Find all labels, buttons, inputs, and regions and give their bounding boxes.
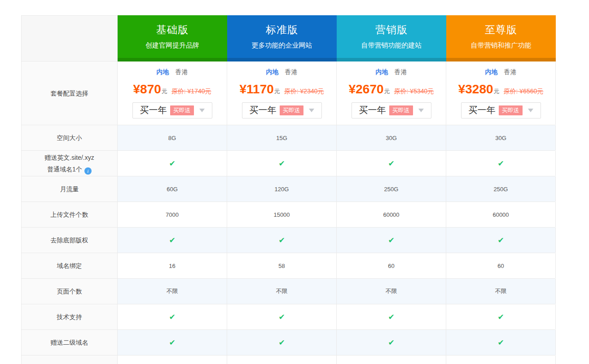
- value-cell: [446, 355, 556, 364]
- value-cell: 不限: [337, 279, 446, 304]
- original-price: 原价: ¥2340元: [284, 88, 324, 96]
- value-cell: 不限: [118, 279, 227, 304]
- table-row-traffic: 月流量 60G 120G 250G 250G: [21, 176, 555, 202]
- check-icon: ✔: [446, 228, 556, 253]
- row-label: 空间大小: [22, 125, 118, 150]
- plan-tagline: 更多功能的企业网站: [252, 41, 312, 50]
- table-row-tech-support: 技术支持 ✔ ✔ ✔ ✔: [21, 304, 555, 330]
- info-icon[interactable]: i: [84, 167, 92, 175]
- value-cell: [337, 355, 446, 364]
- tab-mainland[interactable]: 内地: [266, 68, 279, 76]
- current-price: ¥2670: [349, 82, 384, 96]
- check-icon: ✔: [227, 151, 337, 176]
- row-label: 域名绑定: [22, 253, 118, 278]
- plan-header-marketing: 营销版 自带营销功能的建站: [337, 15, 446, 61]
- price-line: ¥2670 元 原价: ¥5340元: [349, 82, 434, 96]
- caret-down-icon: [309, 109, 314, 112]
- check-icon: ✔: [446, 330, 556, 355]
- original-price: 原价: ¥6560元: [504, 88, 544, 96]
- table-row-free-domain: 赠送英文.site/.xyz 普通域名1个i ✔ ✔ ✔ ✔: [21, 151, 555, 176]
- plan-header-basic: 基础版 创建官网提升品牌: [118, 15, 227, 61]
- plan-card-basic: 内地 香港 ¥870 元 原价: ¥1740元 买一年 买即送: [118, 61, 227, 125]
- gift-badge: 买即送: [280, 105, 303, 115]
- table-row-remove-copyright: 去除底部版权 ✔ ✔ ✔ ✔: [21, 228, 555, 253]
- tab-mainland[interactable]: 内地: [157, 68, 169, 76]
- caret-down-icon: [199, 109, 205, 112]
- table-row-upload-count: 上传文件个数 7000 15000 60000 60000: [21, 202, 555, 228]
- plan-tagline: 自带营销功能的建站: [361, 41, 422, 50]
- price-line: ¥1170 元 原价: ¥2340元: [239, 82, 324, 96]
- check-icon: ✔: [337, 151, 446, 176]
- region-tabs: 内地 香港: [157, 68, 188, 76]
- value-cell: 15G: [227, 125, 337, 150]
- term-label: 买一年: [359, 104, 386, 116]
- tab-mainland[interactable]: 内地: [485, 68, 498, 76]
- tab-hongkong[interactable]: 香港: [176, 68, 188, 76]
- tab-hongkong[interactable]: 香港: [395, 68, 407, 76]
- check-icon: ✔: [337, 304, 446, 329]
- row-label: 技术支持: [22, 304, 118, 329]
- tab-hongkong[interactable]: 香港: [504, 68, 517, 76]
- price-line: ¥870 元 原价: ¥1740元: [133, 82, 211, 96]
- pricing-table: 基础版 创建官网提升品牌 标准版 更多功能的企业网站 营销版 自带营销功能的建站…: [21, 15, 555, 364]
- term-label: 买一年: [250, 104, 277, 116]
- plan-title: 至尊版: [485, 23, 517, 37]
- current-price: ¥1170: [239, 82, 273, 96]
- value-cell: 60000: [337, 202, 446, 227]
- value-cell: 8G: [118, 125, 227, 150]
- table-row-space: 空间大小 8G 15G 30G 30G: [21, 125, 555, 151]
- value-cell: 不限: [227, 279, 337, 304]
- config-row: 套餐配置选择 内地 香港 ¥870 元 原价: ¥1740元 买一年 买即送 内…: [21, 61, 555, 125]
- region-tabs: 内地 香港: [266, 68, 298, 76]
- plan-title: 营销版: [375, 23, 408, 37]
- value-cell: [227, 355, 337, 364]
- check-icon: ✔: [227, 304, 337, 329]
- current-price: ¥3280: [458, 82, 493, 96]
- price-unit: 元: [494, 88, 500, 96]
- table-row-page-count: 页面个数 不限 不限 不限 不限: [21, 279, 555, 304]
- value-cell: 不限: [446, 279, 556, 304]
- value-cell: 16: [118, 253, 227, 278]
- plan-header-supreme: 至尊版 自带营销和推广功能: [446, 15, 556, 61]
- value-cell: 30G: [337, 125, 446, 150]
- value-cell: 250G: [337, 176, 446, 202]
- row-label: 赠送英文.site/.xyz 普通域名1个i: [22, 151, 118, 176]
- table-row-subdomain: 赠送二级域名 ✔ ✔ ✔ ✔: [21, 330, 555, 355]
- plan-title: 基础版: [156, 23, 189, 37]
- plan-title: 标准版: [266, 23, 298, 37]
- value-cell: 58: [227, 253, 337, 278]
- term-dropdown[interactable]: 买一年 买即送: [352, 102, 431, 118]
- value-cell: 30G: [446, 125, 556, 150]
- term-dropdown[interactable]: 买一年 买即送: [132, 102, 212, 118]
- check-icon: ✔: [118, 228, 227, 253]
- term-label: 买一年: [469, 104, 496, 116]
- gift-badge: 买即送: [170, 105, 194, 115]
- row-label: 赠送二级域名: [22, 330, 118, 355]
- check-icon: ✔: [118, 151, 227, 176]
- plan-card-marketing: 内地 香港 ¥2670 元 原价: ¥5340元 买一年 买即送: [337, 61, 446, 125]
- check-icon: ✔: [446, 304, 556, 329]
- value-cell: 250G: [446, 176, 556, 202]
- plan-tagline: 自带营销和推广功能: [471, 41, 532, 50]
- row-label: [22, 355, 118, 364]
- row-label-line1: 赠送英文.site/.xyz: [44, 154, 94, 161]
- caret-down-icon: [418, 109, 424, 112]
- price-unit: 元: [162, 88, 167, 96]
- term-dropdown[interactable]: 买一年 买即送: [242, 102, 322, 118]
- value-cell: 7000: [118, 202, 227, 227]
- value-cell: 60000: [446, 202, 556, 227]
- plan-tagline: 创建官网提升品牌: [145, 41, 199, 50]
- current-price: ¥870: [133, 82, 161, 96]
- price-line: ¥3280 元 原价: ¥6560元: [458, 82, 544, 96]
- plan-card-supreme: 内地 香港 ¥3280 元 原价: ¥6560元 买一年 买即送: [446, 61, 556, 125]
- row-label: 去除底部版权: [22, 228, 118, 253]
- row-label: 上传文件个数: [22, 202, 118, 227]
- tab-mainland[interactable]: 内地: [376, 68, 388, 76]
- region-tabs: 内地 香港: [485, 68, 517, 76]
- tab-hongkong[interactable]: 香港: [285, 68, 298, 76]
- term-dropdown[interactable]: 买一年 买即送: [461, 102, 541, 118]
- check-icon: ✔: [337, 330, 446, 355]
- check-icon: ✔: [118, 330, 227, 355]
- value-cell: 15000: [227, 202, 337, 227]
- plan-card-standard: 内地 香港 ¥1170 元 原价: ¥2340元 买一年 买即送: [227, 61, 337, 125]
